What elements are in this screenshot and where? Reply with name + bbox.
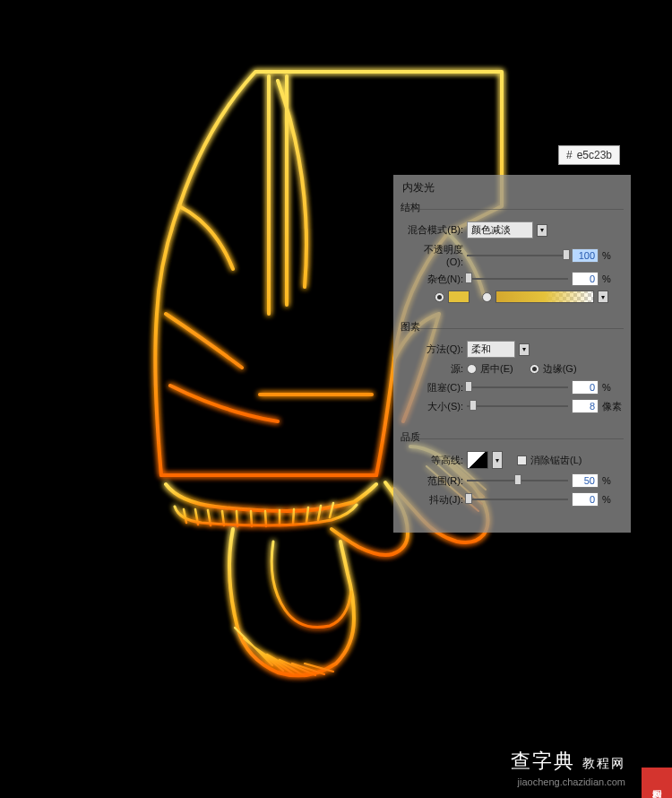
inner-glow-panel: 内发光 结构 混合模式(B): 颜色减淡 ▾ 不透明度(O): 100 % 杂色…: [393, 175, 631, 533]
contour-label: 等高线:: [408, 454, 463, 467]
noise-unit: %: [602, 273, 622, 284]
opacity-label: 不透明度(O):: [408, 243, 463, 267]
technique-label: 方法(Q):: [408, 343, 463, 356]
source-edge-label: 边缘(G): [543, 362, 577, 376]
source-label: 源:: [408, 362, 463, 376]
gradient-swatch[interactable]: [495, 291, 594, 303]
size-input[interactable]: 8: [572, 399, 599, 413]
contour-swatch[interactable]: [467, 451, 488, 469]
choke-slider[interactable]: [467, 381, 568, 394]
group-elements: 图素 方法(Q): 柔和 ▾ 源: 居中(E) 边缘(G) 阻塞(C):: [401, 320, 624, 421]
group-quality: 品质 等高线: ▾ 消除锯齿(L) 范围(R): 50 % 抖动(J):: [401, 430, 624, 515]
jitter-unit: %: [602, 494, 622, 505]
choke-unit: %: [602, 382, 622, 393]
color-radio[interactable]: [435, 292, 444, 302]
chevron-down-icon[interactable]: ▾: [519, 343, 530, 356]
technique-select[interactable]: 柔和: [467, 341, 515, 358]
hex-value: e5c23b: [577, 149, 612, 161]
choke-label: 阻塞(C):: [408, 381, 463, 395]
size-slider[interactable]: [467, 400, 568, 412]
jitter-slider[interactable]: [467, 493, 568, 506]
jitter-label: 抖动(J):: [408, 493, 463, 507]
blend-mode-label: 混合模式(B):: [408, 223, 463, 237]
antialias-checkbox[interactable]: [517, 455, 527, 465]
opacity-unit: %: [602, 250, 622, 261]
source-center-radio[interactable]: [467, 364, 477, 374]
source-edge-radio[interactable]: [530, 364, 539, 374]
watermark-badge: 教程网: [642, 768, 672, 798]
chevron-down-icon[interactable]: ▾: [492, 451, 503, 469]
opacity-slider[interactable]: [467, 249, 568, 262]
watermark-title: 查字典: [511, 750, 575, 772]
opacity-input[interactable]: 100: [572, 248, 599, 263]
color-swatch[interactable]: [448, 291, 470, 303]
noise-slider[interactable]: [467, 273, 568, 285]
range-input[interactable]: 50: [572, 473, 599, 488]
range-slider[interactable]: [467, 474, 568, 487]
chevron-down-icon[interactable]: ▾: [537, 224, 547, 237]
noise-label: 杂色(N):: [408, 273, 463, 286]
chevron-down-icon[interactable]: ▾: [598, 291, 608, 303]
choke-input[interactable]: 0: [572, 380, 599, 395]
range-label: 范围(R):: [408, 474, 463, 488]
watermark: 查字典 教程网 jiaocheng.chazidian.com: [446, 748, 625, 787]
blend-mode-select[interactable]: 颜色减淡: [467, 221, 533, 239]
range-unit: %: [602, 475, 622, 486]
jitter-input[interactable]: 0: [572, 492, 599, 507]
panel-title: 内发光: [402, 180, 624, 195]
source-center-label: 居中(E): [480, 362, 513, 376]
hex-color-badge: # e5c23b: [558, 145, 620, 165]
watermark-subtitle: 教程网: [582, 756, 625, 770]
group-structure: 结构 混合模式(B): 颜色减淡 ▾ 不透明度(O): 100 % 杂色(N):: [401, 201, 624, 311]
noise-input[interactable]: 0: [572, 272, 599, 286]
size-unit: 像素: [602, 400, 622, 413]
hash-symbol: #: [566, 149, 573, 161]
watermark-url: jiaocheng.chazidian.com: [446, 776, 625, 787]
antialias-label: 消除锯齿(L): [530, 454, 582, 467]
size-label: 大小(S):: [408, 400, 463, 413]
gradient-radio[interactable]: [482, 292, 492, 302]
